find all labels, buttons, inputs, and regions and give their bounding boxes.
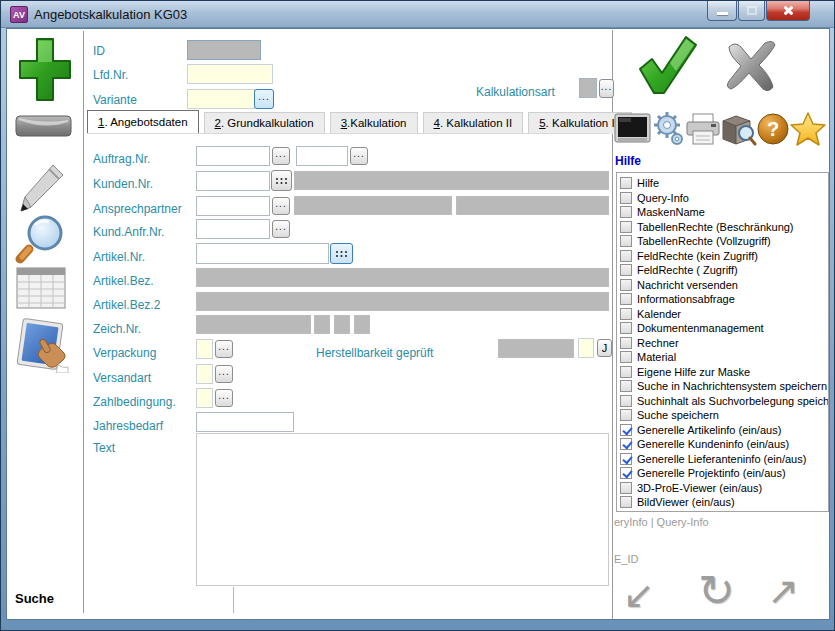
help-option-row[interactable]: TabellenRechte (Beschränkung) bbox=[620, 220, 828, 235]
help-option-row[interactable]: Rechner bbox=[620, 336, 828, 351]
checkbox-checked-icon[interactable] bbox=[620, 438, 632, 450]
help-option-row[interactable]: Generelle Lieferanteninfo (ein/aus) bbox=[620, 452, 828, 467]
checkbox-icon[interactable] bbox=[620, 337, 632, 349]
settings-button[interactable] bbox=[652, 111, 686, 147]
sidebar-divider bbox=[83, 31, 84, 613]
help-option-row[interactable]: BildViewer (ein/aus) bbox=[620, 495, 828, 510]
edit-button[interactable] bbox=[13, 161, 67, 215]
checkbox-icon[interactable] bbox=[620, 279, 632, 291]
ansprechpartner-lookup-button[interactable]: ... bbox=[272, 197, 290, 215]
checkbox-icon[interactable] bbox=[620, 221, 632, 233]
checkbox-checked-icon[interactable] bbox=[620, 453, 632, 465]
tab-3[interactable]: 3.Kalkulation bbox=[330, 112, 418, 134]
help-option-row[interactable]: Query-Info bbox=[620, 191, 828, 206]
help-option-row[interactable]: Generelle Kundeninfo (ein/aus) bbox=[620, 437, 828, 452]
zahlbedingung-input[interactable] bbox=[196, 388, 213, 408]
checkbox-icon[interactable] bbox=[620, 250, 632, 262]
maximize-button[interactable] bbox=[738, 1, 765, 21]
help-option-row[interactable]: FeldRechte ( Zugriff) bbox=[620, 263, 828, 278]
checkbox-icon[interactable] bbox=[620, 482, 632, 494]
nav-forward-button[interactable]: ↗ bbox=[767, 569, 799, 613]
nav-back-button[interactable]: ↙ bbox=[623, 573, 655, 617]
help-option-row[interactable]: Suche speichern bbox=[620, 408, 828, 423]
zahlbedingung-lookup-button[interactable]: ... bbox=[215, 389, 233, 407]
help-option-row[interactable]: Nachricht versenden bbox=[620, 278, 828, 293]
variante-input[interactable] bbox=[187, 89, 255, 109]
select-button[interactable] bbox=[14, 317, 72, 373]
text-textarea[interactable] bbox=[196, 433, 609, 586]
ok-button[interactable] bbox=[634, 31, 700, 99]
checkbox-icon[interactable] bbox=[620, 206, 632, 218]
kundanfr-lookup-button[interactable]: ... bbox=[272, 220, 290, 238]
kalkulationsart-lookup-button[interactable]: ... bbox=[599, 79, 614, 98]
checkbox-icon[interactable] bbox=[620, 177, 632, 189]
help-option-row[interactable]: 3D-ProE-Viewer (ein/aus) bbox=[620, 481, 828, 496]
print-button[interactable] bbox=[685, 113, 721, 146]
herstellbarkeit-j-button[interactable]: J bbox=[597, 339, 612, 357]
kundanfr-input[interactable] bbox=[196, 219, 270, 239]
lfdnr-input[interactable] bbox=[187, 64, 273, 84]
checkbox-icon[interactable] bbox=[620, 308, 632, 320]
checkbox-icon[interactable] bbox=[620, 293, 632, 305]
minimize-button[interactable] bbox=[707, 1, 737, 21]
verpackung-lookup-button[interactable]: ... bbox=[215, 340, 233, 358]
versandart-lookup-button[interactable]: ... bbox=[215, 365, 233, 383]
tab-2[interactable]: 2. Grundkalkulation bbox=[204, 112, 325, 134]
checkbox-checked-icon[interactable] bbox=[620, 424, 632, 436]
help-option-row[interactable]: FeldRechte (kein Zugriff) bbox=[620, 249, 828, 264]
help-option-row[interactable]: MaskenName bbox=[620, 205, 828, 220]
close-button[interactable] bbox=[766, 1, 810, 21]
jahresbedarf-input[interactable] bbox=[196, 412, 294, 432]
verpackung-input[interactable] bbox=[196, 339, 213, 359]
auftrag-lookup-button-2[interactable]: ... bbox=[350, 147, 368, 165]
tab-1[interactable]: 1. Angebotsdaten bbox=[87, 110, 199, 134]
help-option-row[interactable]: Suche in Nachrichtensystem speichern bbox=[620, 379, 828, 394]
help-option-row[interactable]: Informationsabfrage bbox=[620, 292, 828, 307]
help-option-row[interactable]: Suchinhalt als Suchvorbelegung speichern bbox=[620, 394, 828, 409]
checkbox-icon[interactable] bbox=[620, 395, 632, 407]
help-option-row[interactable]: Generelle Artikelinfo (ein/aus) bbox=[620, 423, 828, 438]
help-option-row[interactable]: Kalender bbox=[620, 307, 828, 322]
help-option-row[interactable]: Hilfe bbox=[620, 176, 828, 191]
auftrag-lookup-button[interactable]: ... bbox=[272, 147, 290, 165]
versandart-input[interactable] bbox=[196, 364, 213, 384]
help-option-row[interactable]: Material bbox=[620, 350, 828, 365]
ansprechpartner-input[interactable] bbox=[196, 196, 270, 216]
search-button[interactable] bbox=[13, 213, 69, 265]
help-option-label: Informationsabfrage bbox=[637, 293, 735, 305]
help-button[interactable]: ? bbox=[756, 112, 790, 146]
variante-lookup-button[interactable]: ... bbox=[254, 89, 274, 109]
checkbox-icon[interactable] bbox=[620, 192, 632, 204]
checkbox-icon[interactable] bbox=[620, 235, 632, 247]
cancel-button[interactable] bbox=[721, 37, 781, 95]
help-option-row[interactable]: Eigene Hilfe zur Maske bbox=[620, 365, 828, 380]
help-option-row[interactable]: Dokumentenmanagement bbox=[620, 321, 828, 336]
artikelnr-input[interactable] bbox=[196, 243, 329, 264]
help-option-row[interactable]: Generelle Projektinfo (ein/aus) bbox=[620, 466, 828, 481]
checkbox-icon[interactable] bbox=[620, 496, 632, 508]
delete-button[interactable] bbox=[15, 114, 73, 139]
auftrag-input-2[interactable] bbox=[296, 146, 348, 166]
checkbox-icon[interactable] bbox=[620, 366, 632, 378]
document-search-button[interactable] bbox=[720, 113, 757, 146]
kalkulationsart-label: Kalkulationsart bbox=[476, 85, 555, 99]
artikelnr-lookup-button[interactable] bbox=[330, 243, 353, 264]
nav-refresh-button[interactable]: ↻ bbox=[698, 565, 735, 616]
favorite-button[interactable] bbox=[789, 111, 827, 147]
checkbox-icon[interactable] bbox=[620, 351, 632, 363]
tab-4[interactable]: 4. Kalkulation II bbox=[423, 112, 524, 134]
auftrag-input[interactable] bbox=[196, 146, 270, 166]
help-option-row[interactable]: TabellenRechte (Vollzugriff) bbox=[620, 234, 828, 249]
kunden-lookup-button[interactable] bbox=[271, 170, 292, 191]
screen-view-button[interactable] bbox=[614, 113, 651, 146]
help-options-list[interactable]: HilfeQuery-InfoMaskenNameTabellenRechte … bbox=[616, 172, 829, 512]
kunden-input[interactable] bbox=[196, 171, 270, 191]
checkbox-icon[interactable] bbox=[620, 380, 632, 392]
checkbox-checked-icon[interactable] bbox=[620, 467, 632, 479]
table-view-button[interactable] bbox=[16, 267, 66, 309]
checkbox-icon[interactable] bbox=[620, 322, 632, 334]
checkbox-icon[interactable] bbox=[620, 409, 632, 421]
herstellbarkeit-input[interactable] bbox=[578, 338, 594, 358]
checkbox-icon[interactable] bbox=[620, 264, 632, 276]
add-button[interactable] bbox=[18, 36, 72, 102]
